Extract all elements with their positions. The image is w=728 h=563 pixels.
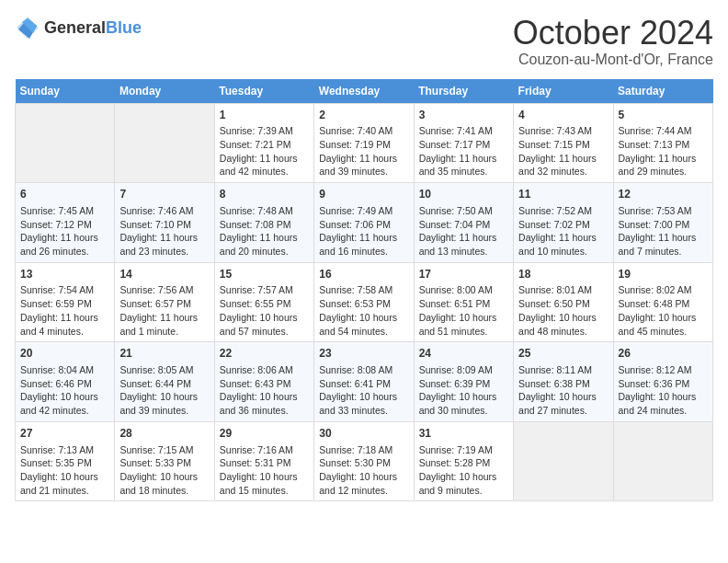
sunrise-text: Sunrise: 7:58 AM — [319, 284, 392, 295]
day-number: 11 — [518, 187, 608, 202]
calendar-week-row: 27Sunrise: 7:13 AMSunset: 5:35 PMDayligh… — [16, 421, 713, 501]
location-title: Couzon-au-Mont-d'Or, France — [513, 52, 713, 68]
daylight-text: Daylight: 10 hours and 36 minutes. — [220, 391, 298, 416]
calendar-day-cell: 25Sunrise: 8:11 AMSunset: 6:38 PMDayligh… — [514, 342, 613, 422]
daylight-text: Daylight: 10 hours and 33 minutes. — [319, 391, 397, 416]
sunrise-text: Sunrise: 8:05 AM — [119, 364, 193, 375]
sunset-text: Sunset: 7:13 PM — [619, 139, 690, 150]
daylight-text: Daylight: 10 hours and 9 minutes. — [419, 471, 497, 496]
day-of-week-header: Friday — [514, 79, 613, 104]
day-number: 23 — [319, 346, 408, 362]
daylight-text: Daylight: 11 hours and 4 minutes. — [20, 312, 98, 337]
day-number: 9 — [319, 187, 408, 202]
daylight-text: Daylight: 10 hours and 21 minutes. — [20, 471, 98, 496]
day-number: 21 — [119, 346, 209, 362]
sunrise-text: Sunrise: 8:04 AM — [20, 364, 94, 375]
logo-general: General — [44, 19, 106, 36]
daylight-text: Daylight: 10 hours and 18 minutes. — [119, 471, 198, 496]
calendar-day-cell: 2Sunrise: 7:40 AMSunset: 7:19 PMDaylight… — [314, 103, 414, 183]
sunset-text: Sunset: 5:31 PM — [220, 457, 291, 468]
sunrise-text: Sunrise: 7:46 AM — [119, 205, 193, 216]
sunrise-text: Sunrise: 8:09 AM — [419, 364, 493, 375]
day-number: 13 — [20, 267, 109, 282]
calendar-day-cell: 3Sunrise: 7:41 AMSunset: 7:17 PMDaylight… — [414, 103, 513, 183]
calendar-day-cell: 12Sunrise: 7:53 AMSunset: 7:00 PMDayligh… — [613, 183, 712, 263]
sunset-text: Sunset: 7:17 PM — [419, 139, 491, 150]
daylight-text: Daylight: 10 hours and 30 minutes. — [419, 391, 497, 416]
daylight-text: Daylight: 11 hours and 13 minutes. — [419, 232, 497, 257]
sunrise-text: Sunrise: 7:44 AM — [619, 125, 692, 136]
sunset-text: Sunset: 5:28 PM — [419, 457, 491, 468]
calendar-day-cell: 15Sunrise: 7:57 AMSunset: 6:55 PMDayligh… — [214, 262, 313, 342]
sunset-text: Sunset: 7:00 PM — [619, 219, 690, 230]
sunset-text: Sunset: 6:50 PM — [518, 298, 590, 309]
calendar-day-cell: 5Sunrise: 7:44 AMSunset: 7:13 PMDaylight… — [613, 103, 712, 183]
day-number: 20 — [20, 346, 109, 362]
calendar-day-cell: 4Sunrise: 7:43 AMSunset: 7:15 PMDaylight… — [514, 103, 613, 183]
daylight-text: Daylight: 11 hours and 7 minutes. — [619, 232, 697, 257]
sunrise-text: Sunrise: 7:16 AM — [220, 444, 293, 455]
calendar-day-cell: 14Sunrise: 7:56 AMSunset: 6:57 PMDayligh… — [115, 262, 214, 342]
daylight-text: Daylight: 10 hours and 54 minutes. — [319, 312, 397, 337]
sunset-text: Sunset: 7:04 PM — [419, 219, 491, 230]
daylight-text: Daylight: 11 hours and 20 minutes. — [220, 232, 298, 257]
sunrise-text: Sunrise: 8:00 AM — [419, 284, 493, 295]
day-number: 15 — [220, 267, 309, 282]
daylight-text: Daylight: 11 hours and 29 minutes. — [619, 153, 697, 178]
sunset-text: Sunset: 6:38 PM — [518, 378, 590, 389]
day-number: 4 — [518, 108, 608, 123]
day-number: 17 — [419, 267, 508, 282]
sunrise-text: Sunrise: 7:54 AM — [20, 284, 94, 295]
day-of-week-header: Wednesday — [314, 79, 414, 104]
daylight-text: Daylight: 10 hours and 42 minutes. — [20, 391, 98, 416]
calendar-day-cell: 10Sunrise: 7:50 AMSunset: 7:04 PMDayligh… — [414, 183, 513, 263]
calendar-day-cell: 11Sunrise: 7:52 AMSunset: 7:02 PMDayligh… — [514, 183, 613, 263]
sunrise-text: Sunrise: 8:08 AM — [319, 364, 392, 375]
calendar-day-cell — [514, 421, 613, 501]
sunrise-text: Sunrise: 8:06 AM — [220, 364, 293, 375]
calendar-header-row: SundayMondayTuesdayWednesdayThursdayFrid… — [16, 79, 713, 104]
calendar-week-row: 20Sunrise: 8:04 AMSunset: 6:46 PMDayligh… — [16, 342, 713, 422]
logo: General Blue — [15, 15, 142, 40]
day-of-week-header: Thursday — [414, 79, 513, 104]
calendar-day-cell: 22Sunrise: 8:06 AMSunset: 6:43 PMDayligh… — [214, 342, 313, 422]
sunset-text: Sunset: 6:44 PM — [119, 378, 191, 389]
logo-icon — [15, 15, 40, 40]
calendar-day-cell: 24Sunrise: 8:09 AMSunset: 6:39 PMDayligh… — [414, 342, 513, 422]
sunrise-text: Sunrise: 7:18 AM — [319, 444, 392, 455]
sunset-text: Sunset: 7:02 PM — [518, 219, 590, 230]
sunset-text: Sunset: 6:48 PM — [619, 298, 690, 309]
sunrise-text: Sunrise: 7:41 AM — [419, 125, 493, 136]
day-number: 28 — [119, 426, 209, 442]
day-number: 1 — [220, 108, 309, 123]
sunset-text: Sunset: 6:41 PM — [319, 378, 391, 389]
daylight-text: Daylight: 11 hours and 26 minutes. — [20, 232, 98, 257]
sunrise-text: Sunrise: 7:57 AM — [220, 284, 293, 295]
calendar-week-row: 6Sunrise: 7:45 AMSunset: 7:12 PMDaylight… — [16, 183, 713, 263]
sunset-text: Sunset: 7:12 PM — [20, 219, 92, 230]
daylight-text: Daylight: 11 hours and 42 minutes. — [220, 153, 298, 178]
calendar-day-cell: 19Sunrise: 8:02 AMSunset: 6:48 PMDayligh… — [613, 262, 712, 342]
sunset-text: Sunset: 7:19 PM — [319, 139, 391, 150]
sunrise-text: Sunrise: 8:12 AM — [619, 364, 692, 375]
calendar-day-cell: 30Sunrise: 7:18 AMSunset: 5:30 PMDayligh… — [314, 421, 414, 501]
calendar-day-cell: 20Sunrise: 8:04 AMSunset: 6:46 PMDayligh… — [16, 342, 115, 422]
calendar-day-cell: 1Sunrise: 7:39 AMSunset: 7:21 PMDaylight… — [214, 103, 313, 183]
day-number: 30 — [319, 426, 408, 442]
calendar-day-cell — [16, 103, 115, 183]
calendar-table: SundayMondayTuesdayWednesdayThursdayFrid… — [15, 79, 713, 502]
calendar-day-cell: 17Sunrise: 8:00 AMSunset: 6:51 PMDayligh… — [414, 262, 513, 342]
daylight-text: Daylight: 10 hours and 27 minutes. — [518, 391, 597, 416]
sunset-text: Sunset: 6:51 PM — [419, 298, 491, 309]
day-number: 3 — [419, 108, 508, 123]
daylight-text: Daylight: 10 hours and 15 minutes. — [220, 471, 298, 496]
month-title: October 2024 — [513, 15, 713, 52]
sunrise-text: Sunrise: 7:50 AM — [419, 205, 493, 216]
sunrise-text: Sunrise: 7:48 AM — [220, 205, 293, 216]
sunset-text: Sunset: 7:08 PM — [220, 219, 291, 230]
day-number: 19 — [619, 267, 708, 282]
title-block: October 2024 Couzon-au-Mont-d'Or, France — [513, 15, 713, 68]
day-number: 14 — [119, 267, 209, 282]
sunset-text: Sunset: 7:06 PM — [319, 219, 391, 230]
day-of-week-header: Saturday — [613, 79, 712, 104]
